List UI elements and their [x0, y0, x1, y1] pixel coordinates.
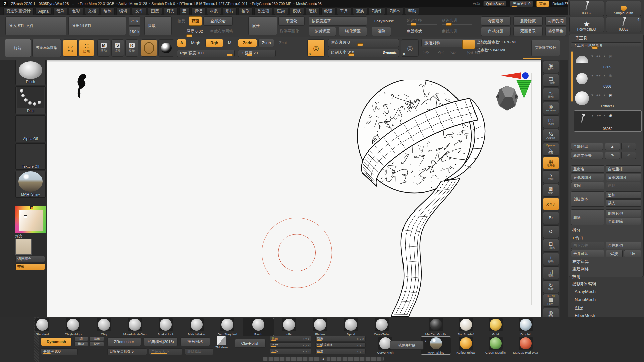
subtool-item[interactable]: ▾●● ◐◉ 0305 — [574, 51, 641, 70]
subdivide-button[interactable]: 细分网格 — [180, 337, 210, 346]
deform-slider[interactable]: 噪波x y z — [315, 349, 366, 354]
subtool-scrollbar[interactable] — [571, 51, 573, 102]
right-shelf-button[interactable]: ∿ 滚动 — [543, 88, 559, 101]
delete-hidden-button[interactable]: 删除隐藏 — [513, 16, 543, 26]
material-thumb[interactable]: Droplet — [511, 318, 540, 336]
brush-thumb[interactable]: Spiral — [335, 318, 366, 336]
right-shelf-button[interactable]: + 移动 — [543, 253, 559, 265]
right-shelf-button[interactable]: ↺ — [543, 225, 559, 238]
lazy-radius-slider[interactable]: 延迟半径 — [407, 18, 422, 23]
delete-button[interactable]: 删除 — [571, 209, 604, 225]
copy-button[interactable]: 复制 — [571, 182, 604, 189]
mask-by-intensity-button[interactable]: 按强度遮罩 — [309, 16, 367, 26]
brush-thumb[interactable]: MatchMaker — [181, 318, 212, 336]
folder-undo-button[interactable]: ↶ — [621, 152, 636, 159]
scale-mode-button[interactable]: S缩放 — [111, 39, 124, 57]
target-polycount-slider[interactable]: 目标多边形数 5 — [107, 348, 147, 355]
menu-item[interactable]: 首选项 — [254, 7, 272, 15]
color-picker[interactable] — [15, 206, 46, 233]
material-thumb[interactable]: Gold — [481, 318, 511, 336]
menu-item[interactable]: 变换 — [353, 7, 367, 15]
rename-button[interactable]: 重命名 — [571, 165, 604, 173]
fix-mesh-button[interactable]: 修复网格 — [545, 27, 566, 36]
project-all-button[interactable]: 全部投射 — [203, 16, 233, 26]
merge-similar-button[interactable]: 合并相似 — [606, 242, 641, 249]
right-shelf-button[interactable]: ⊠ 锁定 — [543, 184, 559, 197]
deform-slider[interactable]: 抛光x y z — [270, 336, 311, 341]
menu-item[interactable]: 笔刷 — [53, 7, 67, 15]
menu-item[interactable]: 拾取 — [238, 7, 253, 15]
lazymouse-button[interactable]: LazyMouse — [372, 16, 401, 26]
menu-item[interactable]: Alpha — [35, 8, 52, 15]
current-brush-selector[interactable] — [141, 39, 157, 57]
make-boolean-button[interactable]: 生成布尔网格 — [210, 29, 233, 34]
symmetry-z-button[interactable]: >Z< — [450, 50, 457, 54]
subtool-down-button[interactable]: ▼ — [621, 143, 636, 150]
dynamesh-groups-button[interactable]: 组 — [74, 337, 88, 341]
quicksave-button[interactable]: QuickSave — [483, 1, 506, 6]
edit-mode-button[interactable]: ▱Edit — [63, 39, 78, 57]
lazy-step-slider[interactable]: 延迟步进 — [442, 18, 458, 23]
lowest-subdiv-button[interactable]: 最低级细分 — [571, 174, 604, 181]
zadd-button[interactable]: Zadd — [238, 39, 257, 47]
subtool-item[interactable]: ▾●● ◐◉ 0306 — [574, 71, 641, 89]
menu-item[interactable]: 编辑 — [116, 7, 130, 15]
brush-thumb[interactable]: Flatten — [305, 318, 335, 336]
current-texture-thumb[interactable]: Texture Off — [15, 143, 46, 170]
adaptive-size-slider[interactable]: 自适应大小 — [149, 348, 182, 355]
merge-down-button[interactable]: 向下合并 — [571, 242, 604, 249]
claypolish-button[interactable]: ClayPolish — [235, 339, 266, 348]
secondary-color-swatch[interactable] — [15, 239, 32, 255]
deform-slider[interactable]: 平滑x y z — [270, 342, 311, 348]
weld-button[interactable]: 焊接 — [606, 250, 623, 257]
list-all-button[interactable]: 全部列出 — [571, 143, 603, 150]
palette-section-header[interactable]: ArrayMesh — [575, 289, 596, 294]
menu-item[interactable]: 工具 — [337, 7, 351, 15]
rgb-button[interactable]: Rgb — [205, 39, 223, 47]
subtool-item[interactable]: ▾●● ◐◉ 03052 — [574, 110, 642, 132]
deform-slider[interactable]: 大小x y z — [270, 349, 311, 354]
delete-all-button[interactable]: 全部删除 — [606, 218, 641, 225]
mrgb-button[interactable]: Mrgb — [188, 39, 203, 47]
brush-thumb[interactable]: Standard — [27, 318, 58, 336]
rotate-mode-button[interactable]: R旋转 — [125, 39, 138, 57]
menu-item[interactable]: 克选珠宝设计 — [3, 7, 34, 15]
switch-color-button[interactable]: 切换颜色 — [15, 256, 45, 262]
draw-mode-button[interactable]: ∷绘 制 — [79, 39, 94, 57]
boolean-section-header[interactable]: 布尔运算 — [572, 259, 589, 265]
quick-pick-03052[interactable]: 4 03052 — [606, 17, 641, 32]
palette-section-header[interactable]: 几何体编辑 — [575, 281, 596, 287]
double-button[interactable]: 双面 — [189, 16, 202, 26]
zremesher-button[interactable]: ZRemesher — [107, 337, 141, 346]
brush-thumb[interactable]: DamStandard — [212, 318, 243, 336]
m-button[interactable]: M — [225, 39, 234, 47]
menu-toggle-button[interactable]: 菜单 — [536, 1, 549, 7]
mirror-and-weld-button[interactable]: 镜像并焊接 — [390, 341, 424, 350]
dynamesh-blur-slider[interactable]: 模糊 — [74, 342, 88, 346]
right-shelf-button[interactable]: ▤ 子像素 — [543, 74, 559, 87]
current-stroke-selector[interactable] — [158, 39, 174, 57]
right-shelf-button[interactable]: ◑ 对称 — [543, 170, 559, 183]
duplicate-button[interactable]: 创建副本 — [571, 191, 604, 207]
thickness-slider[interactable]: 厚度 0.02 — [186, 29, 203, 34]
project-section-header[interactable]: 投射 — [572, 274, 581, 280]
new-folder-button[interactable]: 新建文件夹 — [571, 152, 603, 159]
menu-item[interactable]: 纹理 — [321, 7, 335, 15]
extract-button[interactable]: 提取 — [144, 16, 172, 35]
gradient-label[interactable]: 渐变 — [15, 234, 22, 239]
decimate-75k-button[interactable]: 75 k — [129, 16, 140, 26]
custom-menu-button[interactable]: 克选珠宝设计 — [531, 40, 560, 56]
flatten-button[interactable]: 平面化 — [278, 16, 305, 26]
right-shelf-button[interactable]: ⊡ 中心点 — [543, 239, 559, 252]
zsub-button[interactable]: Zsub — [258, 39, 274, 47]
double-display-button[interactable]: 双面显示 — [513, 27, 543, 36]
right-shelf-button[interactable]: ↻ 旋转 — [543, 280, 559, 293]
brush-thumb[interactable]: Inflat — [274, 318, 305, 336]
right-shelf-button[interactable]: ◱ 缩放 — [543, 266, 559, 279]
export-stl-button[interactable]: 导出到 STL — [68, 16, 126, 35]
accept-button[interactable]: 接受 — [175, 16, 188, 26]
sharpen-mask-button[interactable]: 锐化遮罩 — [339, 27, 367, 36]
menu-item[interactable]: 影片 — [223, 7, 237, 15]
current-material-thumb[interactable]: MAH_Shiny — [15, 171, 46, 198]
dynamic-size-icon-button[interactable]: ◎ D — [401, 39, 419, 57]
